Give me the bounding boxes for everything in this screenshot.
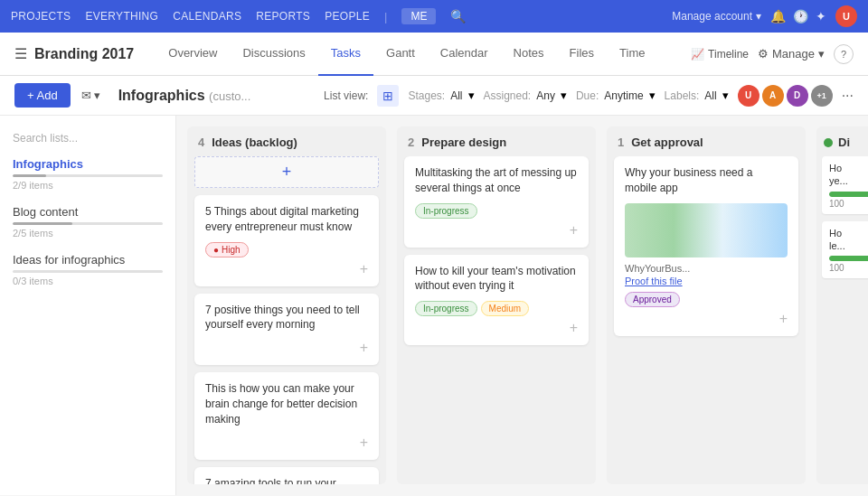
add-card-btn[interactable]: + — [194, 156, 379, 188]
nav-me[interactable]: ME — [401, 8, 436, 24]
card-tags: In-progress Medium — [415, 301, 578, 316]
card[interactable]: This is how you can make your brain chan… — [194, 372, 379, 459]
nav-right: 📈 Timeline ⚙ Manage ▾ ? — [691, 44, 854, 64]
card-add-btn[interactable]: + — [205, 435, 368, 451]
col-cards: Multitasking the art of messing up sever… — [397, 156, 596, 484]
sidebar-list-name: Ideas for infographics — [13, 253, 163, 267]
nav-people[interactable]: PEOPLE — [325, 10, 370, 23]
card-add-btn[interactable]: + — [205, 261, 368, 277]
top-nav-right: Manage account ▾ 🔔 🕐 ✦ U — [672, 5, 857, 27]
card[interactable]: Multitasking the art of messing up sever… — [404, 156, 589, 248]
col-count: 2 — [408, 136, 414, 149]
avatar-a[interactable]: A — [762, 85, 784, 107]
kanban-col-prepare: 2 Prepare design Multitasking the art of… — [397, 126, 596, 484]
card-title: 7 amazing tools to run your business suc… — [205, 476, 368, 484]
bell-icon[interactable]: 🔔 — [770, 9, 786, 23]
user-avatar[interactable]: U — [835, 5, 857, 27]
card-add-btn[interactable]: + — [625, 311, 788, 327]
chevron-down-icon: ▾ — [722, 89, 729, 102]
stages-filter[interactable]: Stages: All ▾ — [408, 89, 474, 102]
toolbar: + Add ✉ ▾ Infographics (custo... List vi… — [0, 76, 868, 116]
email-button[interactable]: ✉ ▾ — [81, 89, 100, 102]
manage-btn[interactable]: ⚙ Manage ▾ — [758, 47, 825, 61]
card[interactable]: 7 positive things you need to tell yours… — [194, 294, 379, 366]
add-button[interactable]: + Add — [14, 83, 71, 108]
project-title: Branding 2017 — [34, 46, 134, 62]
card-add-btn[interactable]: + — [205, 340, 368, 356]
avatar-u[interactable]: U — [738, 85, 760, 107]
card[interactable]: How to kill your team's motivation witho… — [404, 255, 589, 346]
sidebar-item-blog[interactable]: Blog content 2/5 items — [0, 198, 175, 246]
tab-overview[interactable]: Overview — [156, 33, 230, 76]
avatar-more[interactable]: +1 — [811, 85, 833, 107]
card-proof-link[interactable]: Proof this file — [625, 276, 788, 286]
more-options-icon[interactable]: ··· — [842, 88, 854, 104]
card[interactable]: 7 amazing tools to run your business suc… — [194, 467, 379, 484]
sidebar-item-infographics[interactable]: Infographics 2/9 items — [0, 150, 175, 198]
chevron-down-icon: ▾ — [561, 89, 567, 102]
card[interactable]: Why your business need a mobile app WhyY… — [614, 156, 798, 336]
manage-account-btn[interactable]: Manage account ▾ — [672, 10, 761, 23]
card-title: 7 positive things you need to tell yours… — [205, 303, 368, 333]
tab-calendar[interactable]: Calendar — [428, 33, 501, 76]
tab-gantt[interactable]: Gantt — [373, 33, 428, 76]
col-header: 1 Get approval — [607, 126, 806, 156]
star-icon[interactable]: ✦ — [816, 9, 826, 23]
kanban-col-approval: 1 Get approval Why your business need a … — [607, 126, 806, 484]
nav-icons: 🔔 🕐 ✦ — [770, 9, 826, 23]
hamburger-icon[interactable]: ☰ — [14, 45, 27, 62]
col-cards: + 5 Things about digital marketing every… — [187, 156, 386, 484]
grid-view-icon[interactable]: ⊞ — [377, 85, 399, 107]
card-title: 5 Things about digital marketing every e… — [205, 204, 368, 235]
card-add-btn[interactable]: + — [415, 222, 578, 239]
col-count: 1 — [618, 136, 624, 149]
card-add-btn[interactable]: + — [415, 320, 578, 336]
tab-discussions[interactable]: Discussions — [230, 33, 317, 76]
assigned-filter[interactable]: Assigned: Any ▾ — [484, 89, 567, 102]
card-title: Multitasking the art of messing up sever… — [415, 165, 578, 196]
tab-notes[interactable]: Notes — [501, 33, 557, 76]
tag-medium: Medium — [481, 301, 530, 316]
col-header: 4 Ideas (backlog) — [187, 126, 386, 156]
due-filter[interactable]: Due: Anytime ▾ — [576, 89, 656, 102]
tag-approved: Approved — [625, 292, 680, 307]
nav-projects[interactable]: PROJECTS — [11, 10, 71, 23]
card-title: Why your business need a mobile app — [625, 165, 788, 196]
partial-card[interactable]: Hoye... 100 — [822, 156, 868, 214]
avatar-d[interactable]: D — [787, 85, 808, 107]
card-image — [625, 203, 788, 257]
sidebar-list-count: 2/5 items — [13, 228, 163, 239]
card-tags: ● High — [205, 242, 368, 257]
sidebar-list-name: Blog content — [13, 205, 163, 219]
kanban-col-ideas: 4 Ideas (backlog) + 5 Things about digit… — [187, 126, 386, 484]
labels-filter[interactable]: Labels: All ▾ — [665, 89, 729, 102]
chevron-down-icon: ▾ — [649, 89, 656, 102]
partial-card-text: Hole... — [829, 227, 868, 253]
list-title: Infographics (custo... — [118, 88, 251, 104]
search-icon[interactable]: 🔍 — [450, 9, 466, 23]
timeline-btn[interactable]: 📈 Timeline — [691, 48, 749, 61]
partial-card-num: 100 — [829, 199, 868, 209]
list-title-sub: (custo... — [209, 89, 250, 103]
nav-calendars[interactable]: CALENDARS — [173, 10, 241, 23]
email-icon: ✉ — [81, 89, 91, 102]
clock-icon[interactable]: 🕐 — [793, 9, 808, 23]
nav-reports[interactable]: REPORTS — [256, 10, 310, 23]
nav-everything[interactable]: EVERYTHING — [85, 10, 158, 23]
tab-files[interactable]: Files — [557, 33, 607, 76]
card-title: This is how you can make your brain chan… — [205, 381, 368, 426]
partial-card[interactable]: Hole... 100 — [822, 221, 868, 279]
sidebar-item-ideas[interactable]: Ideas for infographics 0/3 items — [0, 246, 175, 294]
col-title: Get approval — [631, 136, 703, 149]
col-partial-title: Di — [838, 136, 850, 149]
col-title: Prepare design — [421, 136, 506, 149]
search-lists-input[interactable]: Search lists... — [0, 126, 175, 150]
sidebar-progress-fill — [13, 222, 72, 225]
card[interactable]: 5 Things about digital marketing every e… — [194, 195, 379, 286]
tab-tasks[interactable]: Tasks — [318, 33, 373, 76]
partial-progress-bar — [829, 256, 868, 261]
top-nav: PROJECTS EVERYTHING CALENDARS REPORTS PE… — [0, 0, 868, 33]
tag-inprogress: In-progress — [415, 203, 477, 219]
help-btn[interactable]: ? — [834, 44, 854, 64]
tab-time[interactable]: Time — [607, 33, 657, 76]
